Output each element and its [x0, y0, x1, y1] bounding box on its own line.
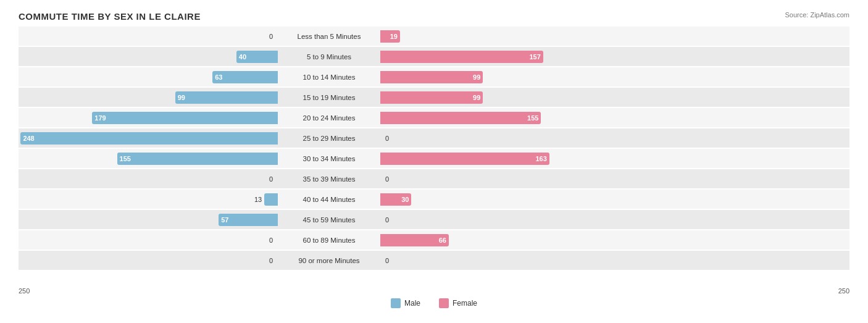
- source-text: Source: ZipAtlas.com: [785, 11, 849, 19]
- male-bar: 155: [117, 153, 278, 165]
- legend-male-box: [391, 298, 401, 308]
- row-label: 25 to 29 Minutes: [278, 135, 380, 142]
- chart-area: 0Less than 5 Minutes19405 to 9 Minutes15…: [19, 27, 849, 286]
- row-label: 15 to 19 Minutes: [278, 94, 380, 101]
- female-zero-label: 0: [385, 257, 389, 264]
- female-section: 99: [380, 67, 640, 86]
- row-label: 90 or more Minutes: [278, 257, 380, 264]
- row-label: Less than 5 Minutes: [278, 33, 380, 40]
- female-bar-label-inside: 66: [439, 237, 446, 244]
- male-bar-label-inside: 40: [239, 53, 246, 61]
- axis-labels: 250 250: [19, 287, 849, 295]
- legend-female-label: Female: [453, 299, 477, 308]
- male-bar-label-inside: 99: [178, 94, 185, 101]
- male-section: 40: [19, 47, 278, 66]
- female-section: 19: [380, 27, 640, 46]
- female-bar: 99: [380, 71, 483, 83]
- row-label: 20 to 24 Minutes: [278, 114, 380, 122]
- female-bar: 163: [380, 153, 549, 165]
- row-label: 60 to 89 Minutes: [278, 237, 380, 244]
- male-bar: 57: [219, 214, 278, 226]
- female-bar-label-inside: 157: [529, 53, 540, 61]
- female-section: 0: [380, 169, 640, 188]
- male-zero-label: 0: [269, 237, 273, 244]
- female-section: 157: [380, 47, 640, 66]
- male-bar: 40: [236, 51, 278, 63]
- male-bar: 99: [175, 91, 278, 104]
- female-section: 66: [380, 230, 640, 250]
- female-bar: 66: [380, 234, 449, 246]
- female-section: 155: [380, 108, 640, 127]
- row-label: 40 to 44 Minutes: [278, 196, 380, 203]
- chart-row: 17920 to 24 Minutes155: [19, 108, 849, 127]
- female-bar-label-inside: 30: [401, 196, 409, 203]
- female-bar: 155: [380, 112, 541, 124]
- female-bar-label-inside: 19: [390, 33, 398, 40]
- chart-row: 5745 to 59 Minutes0: [19, 210, 849, 229]
- male-bar: 179: [92, 112, 278, 124]
- male-bar: 248: [20, 132, 278, 145]
- female-zero-label: 0: [385, 135, 389, 142]
- male-section: 57: [19, 210, 278, 229]
- male-section: 0: [19, 230, 278, 250]
- row-label: 45 to 59 Minutes: [278, 216, 380, 224]
- male-bar: 63: [212, 71, 278, 83]
- male-section: 99: [19, 88, 278, 107]
- legend-female-box: [439, 298, 449, 308]
- female-zero-label: 0: [385, 175, 389, 183]
- chart-row: 6310 to 14 Minutes99: [19, 67, 849, 86]
- axis-label-right: 250: [590, 287, 849, 295]
- male-section: 13: [19, 190, 278, 209]
- legend-male: Male: [391, 298, 420, 308]
- female-zero-label: 0: [385, 216, 389, 224]
- male-section: 0: [19, 27, 278, 46]
- chart-row: 15530 to 34 Minutes163: [19, 149, 849, 168]
- chart-row: 0Less than 5 Minutes19: [19, 27, 849, 46]
- row-label: 30 to 34 Minutes: [278, 155, 380, 162]
- female-bar: 99: [380, 91, 483, 104]
- female-bar-label-inside: 163: [535, 155, 546, 162]
- female-bar: 19: [380, 30, 400, 43]
- legend: Male Female: [19, 298, 849, 308]
- male-section: 0: [19, 251, 278, 270]
- row-label: 5 to 9 Minutes: [278, 53, 380, 61]
- male-section: 0: [19, 169, 278, 188]
- male-section: 179: [19, 108, 278, 127]
- female-section: 0: [380, 251, 640, 270]
- legend-male-label: Male: [404, 299, 420, 308]
- chart-row: 1340 to 44 Minutes30: [19, 190, 849, 209]
- chart-row: 24825 to 29 Minutes0: [19, 128, 849, 148]
- axis-label-left: 250: [19, 287, 278, 295]
- male-bar-label-inside: 248: [23, 135, 34, 142]
- male-zero-label: 0: [269, 175, 273, 183]
- chart-row: 060 to 89 Minutes66: [19, 230, 849, 250]
- female-bar: 157: [380, 51, 543, 63]
- chart-title: COMMUTE TIME BY SEX IN LE CLAIRE: [19, 11, 849, 22]
- male-section: 248: [19, 128, 278, 148]
- female-section: 99: [380, 88, 640, 107]
- male-bar-label-inside: 63: [215, 73, 222, 81]
- male-section: 63: [19, 67, 278, 86]
- female-bar: 30: [380, 193, 411, 206]
- female-bar-label-inside: 99: [473, 94, 480, 101]
- female-section: 163: [380, 149, 640, 168]
- row-label: 35 to 39 Minutes: [278, 175, 380, 183]
- female-section: 0: [380, 128, 640, 148]
- chart-row: 035 to 39 Minutes0: [19, 169, 849, 188]
- female-bar-label-inside: 99: [473, 73, 480, 81]
- male-bar-label-inside: 57: [221, 216, 228, 224]
- female-section: 0: [380, 210, 640, 229]
- male-bar-label-inside: 179: [94, 114, 106, 122]
- male-zero-label: 0: [269, 33, 273, 40]
- male-bar-label-outside: 13: [254, 196, 264, 203]
- chart-row: 9915 to 19 Minutes99: [19, 88, 849, 107]
- male-section: 155: [19, 149, 278, 168]
- chart-container: COMMUTE TIME BY SEX IN LE CLAIRE Source:…: [0, 0, 868, 323]
- row-label: 10 to 14 Minutes: [278, 73, 380, 81]
- chart-row: 090 or more Minutes0: [19, 251, 849, 270]
- legend-female: Female: [439, 298, 477, 308]
- chart-row: 405 to 9 Minutes157: [19, 47, 849, 66]
- male-zero-label: 0: [269, 257, 273, 264]
- female-section: 30: [380, 190, 640, 209]
- male-bar-label-inside: 155: [120, 155, 131, 162]
